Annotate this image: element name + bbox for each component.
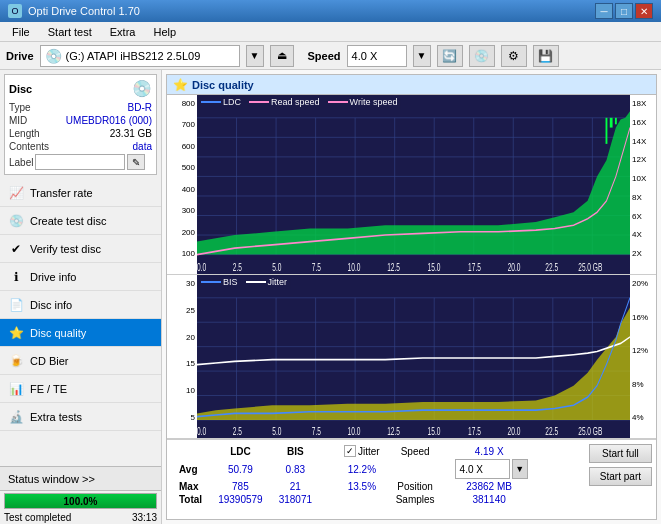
start-full-button[interactable]: Start full — [589, 444, 652, 463]
sidebar-item-create-test-disc[interactable]: 💿 Create test disc — [0, 207, 161, 235]
sidebar-item-extra-tests[interactable]: 🔬 Extra tests — [0, 403, 161, 431]
sidebar-item-disc-info[interactable]: 📄 Disc info — [0, 291, 161, 319]
sidebar-item-disc-quality[interactable]: ⭐ Disc quality — [0, 319, 161, 347]
status-window-button[interactable]: Status window >> — [0, 467, 161, 491]
start-part-button[interactable]: Start part — [589, 467, 652, 486]
jitter-checkbox[interactable]: ✓ — [344, 445, 356, 457]
chart2-y-axis: 30252015105 — [167, 275, 197, 438]
main-content: ⭐ Disc quality 800700600500400300200100 … — [162, 70, 661, 524]
refresh-button[interactable]: 🔄 — [437, 45, 463, 67]
chart2-y-axis-right: 20%16%12%8%4% — [630, 275, 656, 438]
chart1-y-axis: 800700600500400300200100 — [167, 95, 197, 274]
maximize-button[interactable]: □ — [615, 3, 633, 19]
drive-select[interactable]: 💿 (G:) ATAPI iHBS212 2.5L09 — [40, 45, 240, 67]
menu-file[interactable]: File — [4, 24, 38, 40]
total-ldc: 19390579 — [210, 493, 271, 506]
type-key: Type — [9, 102, 31, 113]
drive-info-icon: ℹ — [8, 269, 24, 285]
speed-avg-value: 4.19 X — [475, 446, 504, 457]
svg-text:7.5: 7.5 — [312, 261, 321, 273]
menu-help[interactable]: Help — [145, 24, 184, 40]
extra-tests-label: Extra tests — [30, 411, 82, 423]
drive-icon: 💿 — [45, 48, 62, 64]
svg-text:25.0 GB: 25.0 GB — [578, 425, 602, 437]
svg-text:15.0: 15.0 — [428, 261, 441, 273]
speed-select[interactable]: 4.0 X — [347, 45, 407, 67]
max-jitter: 13.5% — [336, 480, 388, 493]
sidebar: Disc 💿 Type BD-R MID UMEBDR016 (000) Len… — [0, 70, 162, 524]
contents-key: Contents — [9, 141, 49, 152]
cd-bier-label: CD Bier — [30, 355, 69, 367]
col-ldc: LDC — [210, 444, 271, 458]
avg-jitter: 12.2% — [336, 458, 388, 480]
speed-select-stat[interactable]: 4.0 X — [455, 459, 510, 479]
samples-label: Samples — [396, 494, 435, 505]
svg-text:0.0: 0.0 — [197, 425, 206, 437]
menu-start-test[interactable]: Start test — [40, 24, 100, 40]
svg-text:10.0: 10.0 — [348, 425, 361, 437]
jitter-label: Jitter — [358, 446, 380, 457]
drive-value: (G:) ATAPI iHBS212 2.5L09 — [66, 50, 201, 62]
svg-text:12.5: 12.5 — [387, 425, 400, 437]
cd-bier-icon: 🍺 — [8, 353, 24, 369]
disc-label: Disc — [9, 83, 32, 95]
legend-jitter: Jitter — [246, 277, 288, 287]
legend-bis: BIS — [201, 277, 238, 287]
disc-quality-icon: ⭐ — [8, 325, 24, 341]
chart2-svg: 0.0 2.5 5.0 7.5 10.0 12.5 15.0 17.5 20.0… — [197, 275, 630, 438]
close-button[interactable]: ✕ — [635, 3, 653, 19]
sidebar-item-transfer-rate[interactable]: 📈 Transfer rate — [0, 179, 161, 207]
disc-panel-icon: 💿 — [132, 79, 152, 98]
svg-text:12.5: 12.5 — [387, 261, 400, 273]
sidebar-item-cd-bier[interactable]: 🍺 CD Bier — [0, 347, 161, 375]
position-label: Position — [397, 481, 433, 492]
label-edit-button[interactable]: ✎ — [127, 154, 145, 170]
transfer-rate-icon: 📈 — [8, 185, 24, 201]
verify-test-disc-label: Verify test disc — [30, 243, 101, 255]
chart1-svg: 0.0 2.5 5.0 7.5 10.0 12.5 15.0 17.5 20.0… — [197, 95, 630, 274]
total-samples: 381140 — [443, 493, 536, 506]
sidebar-item-fe-te[interactable]: 📊 FE / TE — [0, 375, 161, 403]
disc-quality-panel: ⭐ Disc quality 800700600500400300200100 … — [166, 74, 657, 520]
max-ldc: 785 — [210, 480, 271, 493]
chart2-area: BIS Jitter — [197, 275, 630, 438]
progress-text: 100.0% — [5, 494, 156, 508]
max-position: 23862 MB — [443, 480, 536, 493]
status-right: 33:13 — [132, 512, 157, 523]
avg-bis: 0.83 — [271, 458, 320, 480]
label-input[interactable] — [35, 154, 125, 170]
drive-bar: Drive 💿 (G:) ATAPI iHBS212 2.5L09 ▼ ⏏ Sp… — [0, 42, 661, 70]
menu-extra[interactable]: Extra — [102, 24, 144, 40]
disc-icon-btn[interactable]: 💿 — [469, 45, 495, 67]
extra-tests-icon: 🔬 — [8, 409, 24, 425]
disc-info-label: Disc info — [30, 299, 72, 311]
title-bar: O Opti Drive Control 1.70 ─ □ ✕ — [0, 0, 661, 22]
svg-text:22.5: 22.5 — [545, 261, 558, 273]
avg-label: Avg — [171, 458, 210, 480]
legend-ldc: LDC — [201, 97, 241, 107]
length-key: Length — [9, 128, 40, 139]
settings-button[interactable]: ⚙ — [501, 45, 527, 67]
drive-dropdown-button[interactable]: ▼ — [246, 45, 264, 67]
verify-test-disc-icon: ✔ — [8, 241, 24, 257]
max-bis: 21 — [271, 480, 320, 493]
eject-button[interactable]: ⏏ — [270, 45, 294, 67]
speed-value: 4.0 X — [352, 50, 378, 62]
speed-label-stat: Speed — [401, 446, 430, 457]
svg-marker-49 — [197, 308, 630, 420]
speed-dropdown-button[interactable]: ▼ — [413, 45, 431, 67]
speed-dropdown-stat[interactable]: ▼ — [512, 459, 528, 479]
chart1-area: LDC Read speed Write speed — [197, 95, 630, 274]
disc-quality-label: Disc quality — [30, 327, 86, 339]
app-icon: O — [8, 4, 22, 18]
svg-text:7.5: 7.5 — [312, 425, 321, 437]
save-button[interactable]: 💾 — [533, 45, 559, 67]
avg-ldc: 50.79 — [210, 458, 271, 480]
sidebar-item-drive-info[interactable]: ℹ Drive info — [0, 263, 161, 291]
legend-read-speed: Read speed — [249, 97, 320, 107]
svg-text:20.0: 20.0 — [508, 425, 521, 437]
total-bis: 318071 — [271, 493, 320, 506]
minimize-button[interactable]: ─ — [595, 3, 613, 19]
mid-value: UMEBDR016 (000) — [66, 115, 152, 126]
sidebar-item-verify-test-disc[interactable]: ✔ Verify test disc — [0, 235, 161, 263]
